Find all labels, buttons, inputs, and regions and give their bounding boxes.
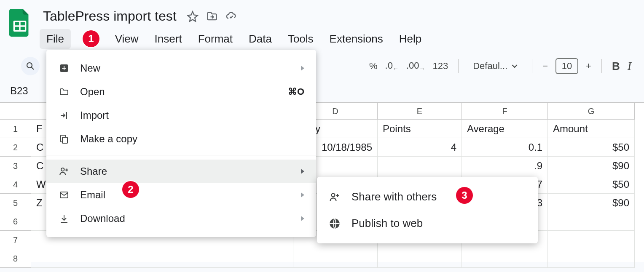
menubar: File Edit View Insert Format Data Tools … — [40, 25, 636, 49]
menu-extensions[interactable]: Extensions — [323, 29, 390, 49]
folder-icon — [58, 86, 70, 98]
menu-item-label: Download — [80, 213, 125, 224]
cell[interactable] — [378, 157, 462, 175]
menu-item-label: Share — [80, 165, 107, 177]
cell[interactable]: 4 — [378, 138, 462, 157]
download-icon — [58, 213, 70, 224]
toolbar-divider — [458, 59, 459, 73]
toolbar-font-decrease[interactable]: − — [542, 61, 548, 72]
sheets-logo[interactable] — [8, 8, 31, 38]
cell[interactable]: $90 — [548, 157, 635, 175]
toolbar-italic[interactable]: I — [628, 59, 631, 73]
cell[interactable] — [548, 231, 635, 249]
menu-item-download[interactable]: Download — [46, 207, 316, 230]
cell[interactable]: 0.1 — [462, 138, 548, 157]
new-sheet-icon — [58, 62, 70, 74]
menu-item-new[interactable]: New — [46, 56, 316, 80]
toolbar-percent[interactable]: % — [369, 61, 378, 72]
submenu-publish-to-web[interactable]: Publish to web — [317, 210, 538, 237]
submenu-item-label: Publish to web — [352, 217, 423, 230]
globe-icon — [329, 218, 341, 229]
cell[interactable]: .9 — [462, 157, 548, 175]
cloud-status-icon[interactable] — [225, 11, 237, 22]
move-icon[interactable] — [206, 11, 218, 22]
copy-icon — [58, 133, 70, 145]
row-header[interactable]: 3 — [0, 157, 31, 175]
menu-item-import[interactable]: Import — [46, 104, 316, 127]
submenu-arrow-icon — [301, 169, 304, 174]
annotation-badge-1: 1 — [83, 30, 99, 47]
menu-item-email[interactable]: Email — [46, 183, 316, 207]
menu-insert[interactable]: Insert — [148, 29, 189, 49]
svg-line-4 — [32, 67, 34, 70]
toolbar-font-size-input[interactable]: 10 — [555, 58, 578, 74]
document-title[interactable]: TablePress import test — [40, 8, 179, 25]
toolbar-decrease-decimals[interactable]: .0← — [385, 60, 399, 72]
submenu-arrow-icon — [301, 216, 304, 221]
svg-point-13 — [332, 193, 335, 197]
toolbar-divider — [601, 59, 602, 73]
cell[interactable] — [378, 249, 462, 268]
row-header[interactable]: 2 — [0, 138, 31, 157]
column-header[interactable]: E — [378, 103, 462, 120]
menu-data[interactable]: Data — [242, 29, 279, 49]
row-header[interactable]: 7 — [0, 231, 31, 249]
column-header[interactable]: F — [462, 103, 548, 120]
toolbar-bold[interactable]: B — [612, 60, 620, 73]
cell[interactable]: Amount — [548, 120, 635, 138]
import-icon — [58, 109, 70, 121]
row-header[interactable]: 4 — [0, 175, 31, 194]
menu-help[interactable]: Help — [392, 29, 428, 49]
menu-item-label: Open — [80, 86, 105, 98]
submenu-arrow-icon — [301, 192, 304, 197]
column-header[interactable]: G — [548, 103, 635, 120]
cell[interactable] — [462, 249, 548, 268]
row-header[interactable]: 1 — [0, 120, 31, 138]
menu-item-label: New — [80, 62, 100, 74]
share-submenu: Share with others Publish to web — [317, 177, 538, 243]
menu-item-share[interactable]: Share — [46, 160, 316, 183]
svg-point-3 — [27, 63, 32, 68]
svg-rect-8 — [62, 137, 67, 143]
row-header[interactable]: 6 — [0, 212, 31, 231]
menu-item-open[interactable]: Open ⌘O — [46, 80, 316, 104]
toolbar-font-select[interactable]: Defaul... — [469, 58, 522, 74]
cell[interactable] — [548, 212, 635, 231]
cell[interactable] — [31, 249, 293, 268]
cell[interactable]: $50 — [548, 175, 635, 194]
toolbar-divider — [532, 59, 532, 73]
menu-item-label: Import — [80, 109, 109, 121]
menu-item-label: Make a copy — [80, 133, 137, 145]
cell[interactable] — [293, 249, 378, 268]
menu-item-make-copy[interactable]: Make a copy — [46, 127, 316, 151]
file-menu-dropdown: New Open ⌘O Import Make a copy Share Ema… — [46, 50, 316, 237]
menu-format[interactable]: Format — [191, 29, 239, 49]
annotation-badge-2: 2 — [122, 181, 139, 198]
cell[interactable]: Average — [462, 120, 548, 138]
menu-tools[interactable]: Tools — [281, 29, 320, 49]
menu-file[interactable]: File — [40, 29, 71, 49]
cell[interactable]: Points — [378, 120, 462, 138]
cell[interactable]: $90 — [548, 194, 635, 212]
toolbar-font-name: Defaul... — [473, 61, 507, 72]
annotation-badge-3: 3 — [456, 187, 473, 204]
star-icon[interactable] — [187, 11, 199, 22]
toolbar-font-increase[interactable]: + — [586, 61, 591, 72]
row-header[interactable]: 8 — [0, 249, 31, 268]
menu-item-label: Email — [80, 189, 105, 201]
toolbar-increase-decimals[interactable]: .00→ — [406, 60, 425, 72]
row-header[interactable]: 5 — [0, 194, 31, 212]
cell[interactable]: $50 — [548, 138, 635, 157]
submenu-item-label: Share with others — [352, 190, 437, 203]
email-icon — [58, 189, 70, 201]
share-icon — [58, 165, 70, 177]
cell[interactable] — [548, 249, 635, 268]
menu-view[interactable]: View — [108, 29, 145, 49]
toolbar-search-button[interactable] — [21, 57, 40, 75]
menu-separator — [46, 155, 316, 155]
toolbar-format-123[interactable]: 123 — [433, 61, 448, 72]
share-icon — [329, 191, 341, 203]
submenu-share-with-others[interactable]: Share with others — [317, 184, 538, 210]
menu-shortcut: ⌘O — [288, 86, 304, 97]
name-box[interactable]: B23 — [6, 83, 42, 99]
